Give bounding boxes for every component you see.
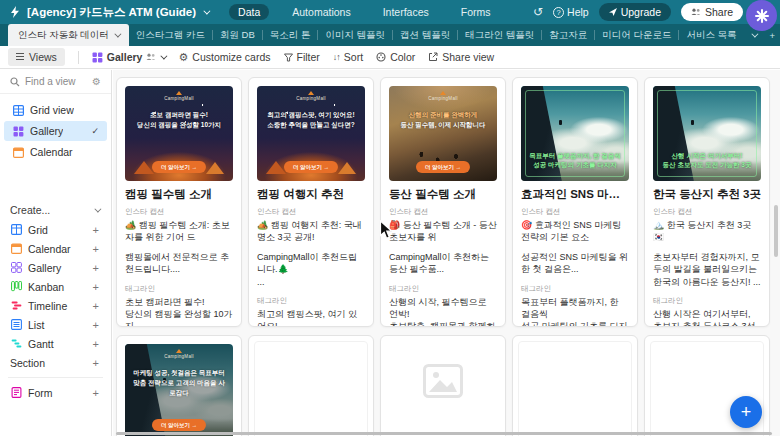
card-cover-image: CampingMall 산행의 준비를 완벽하게등산 필수템, 이제 시작합니다…: [389, 86, 497, 181]
gallery-card[interactable]: 산행 시작은 여기서부터!등산 초보자도 도전 가능한 3곳 한국 등산지 추천…: [644, 77, 770, 327]
color-button[interactable]: Color: [376, 51, 415, 63]
create-form[interactable]: Form +: [0, 383, 111, 402]
vertical-scrollbar[interactable]: [774, 205, 778, 257]
create-section[interactable]: Section +: [0, 353, 111, 372]
create-item-label: Form: [28, 387, 53, 399]
tagline-text: 초보자 추천 등산코스 3선: [653, 320, 761, 327]
card-cover-image: CampingMall 마케팅 성공, 첫걸음은 목표부터맞춤 전략으로 고객의…: [125, 344, 233, 436]
plus-icon[interactable]: +: [93, 243, 99, 255]
grid-icon: [10, 224, 22, 235]
table-tab[interactable]: 태그라인 템플릿: [458, 24, 541, 46]
plus-icon[interactable]: +: [93, 338, 99, 350]
more-tables-chevron-icon[interactable]: [744, 33, 763, 38]
share-button[interactable]: Share: [681, 3, 743, 21]
help-button[interactable]: ? Help: [553, 6, 589, 18]
create-section-header[interactable]: Create...: [0, 198, 111, 220]
upgrade-button[interactable]: Upgrade: [599, 3, 671, 21]
plus-icon[interactable]: +: [93, 300, 99, 312]
empty-cover: [254, 341, 368, 436]
create-gantt[interactable]: Gantt +: [0, 334, 111, 353]
share-label: Share: [705, 6, 733, 18]
table-tab[interactable]: 회원 DB: [213, 24, 262, 46]
plus-icon[interactable]: +: [93, 224, 99, 236]
table-tab[interactable]: 이미지 템플릿: [318, 24, 392, 46]
tent-icon: [176, 349, 182, 353]
table-tab[interactable]: 서비스 목록: [679, 24, 743, 46]
field-label-tagline: 태그라인: [653, 296, 761, 306]
gallery-card[interactable]: CampingMall 산행의 준비를 완벽하게등산 필수템, 이제 시작합니다…: [380, 77, 506, 327]
plus-icon[interactable]: +: [93, 387, 99, 399]
table-tab[interactable]: 참고자료: [542, 24, 594, 46]
gallery-view-icon: [12, 126, 24, 137]
gallery-canvas: CampingMall 초보 캠퍼라면 필수!당신의 캠핑을 완성할 10가지 …: [113, 70, 780, 436]
gallery-card-loading[interactable]: [380, 335, 506, 436]
gallery-card[interactable]: CampingMall 초보 캠퍼라면 필수!당신의 캠핑을 완성할 10가지 …: [116, 77, 242, 327]
chevron-down-icon[interactable]: [203, 7, 210, 14]
gallery-card-empty[interactable]: [512, 335, 638, 436]
cover-text: 산행의 준비를 완벽하게: [394, 110, 492, 120]
brand-logo: CampingMall: [125, 91, 233, 101]
tagline-text: 산행 시작은 여기서부터,: [653, 308, 761, 320]
divider: [78, 51, 79, 64]
tagline-text: 초보탈출, 캠핑몰과 함께하세요: [389, 320, 497, 327]
add-table-button[interactable]: +: [763, 30, 780, 41]
gallery-view-icon: [92, 52, 103, 63]
history-icon[interactable]: ↺: [533, 6, 543, 18]
tab-data[interactable]: Data: [229, 4, 269, 20]
create-list[interactable]: List +: [0, 315, 111, 334]
create-item-label: Section: [10, 357, 45, 369]
caption-text: 초보자부터 경험자까지, 모두의 발길을 불러일으키는 한국의 아름다운 등산지…: [653, 251, 761, 287]
filter-button[interactable]: Filter: [284, 51, 320, 63]
sort-label: Sort: [344, 51, 363, 63]
find-view-input[interactable]: [25, 76, 87, 87]
sort-button[interactable]: ↓↑ Sort: [333, 51, 363, 63]
caption-text: 성공적인 SNS 마케팅을 위한 첫 걸음은...: [521, 251, 629, 275]
plus-icon[interactable]: +: [93, 281, 99, 293]
plus-icon[interactable]: +: [93, 357, 99, 369]
horizontal-scrollbar[interactable]: [116, 432, 772, 435]
views-label: Views: [29, 51, 57, 63]
gallery-card[interactable]: CampingMall 마케팅 성공, 첫걸음은 목표부터맞춤 전략으로 고객의…: [116, 335, 242, 436]
card-title: 효과적인 SNS 마케팅 전략의 기...: [521, 187, 629, 202]
check-icon: ✓: [91, 126, 99, 136]
table-tab[interactable]: 목소리 톤: [263, 24, 318, 46]
create-timeline[interactable]: Timeline +: [0, 296, 111, 315]
tab-forms[interactable]: Forms: [452, 4, 500, 20]
gallery-card[interactable]: CampingMall 최고의 캠핑스팟, 여기 있어요!소중한 추억을 만들고…: [248, 77, 374, 327]
sidebar-view-grid[interactable]: Grid view: [4, 100, 107, 120]
tab-interfaces[interactable]: Interfaces: [374, 4, 438, 20]
tab-automations[interactable]: Automations: [283, 4, 359, 20]
view-settings-gear-icon[interactable]: ⚙︎: [92, 77, 101, 87]
plus-icon[interactable]: +: [93, 319, 99, 331]
create-calendar[interactable]: Calendar +: [0, 239, 111, 258]
gallery-card-empty[interactable]: [248, 335, 374, 436]
cover-cta-button: 더 알아보기 →: [152, 161, 206, 173]
table-tab-active[interactable]: 인스타 자동화 데이터: [8, 24, 129, 46]
sparkle-cursor-button[interactable]: [746, 0, 777, 31]
field-label-tagline: 태그라인: [257, 296, 365, 306]
filter-icon: [284, 53, 293, 62]
field-label-tagline: 태그라인: [125, 284, 233, 294]
share-view-button[interactable]: Share view: [428, 51, 494, 63]
chevron-down-icon: [94, 205, 101, 212]
add-record-button[interactable]: +: [730, 396, 762, 428]
customize-cards-button[interactable]: ⚙︎ Customize cards: [178, 51, 270, 63]
plus-icon[interactable]: +: [93, 262, 99, 274]
views-toggle-button[interactable]: Views: [8, 48, 65, 66]
tagline-text: 성공 마케팅의 기초를 다지자: [521, 320, 629, 327]
hamburger-icon: [16, 56, 24, 57]
base-title[interactable]: [Agency] 카드뉴스 ATM (Guide): [27, 5, 196, 20]
create-kanban[interactable]: Kanban +: [0, 277, 111, 296]
timeline-icon: [10, 300, 22, 311]
table-tab[interactable]: 인스타그램 카드: [129, 24, 212, 46]
create-gallery[interactable]: Gallery +: [0, 258, 111, 277]
table-tab[interactable]: 캡션 템플릿: [393, 24, 457, 46]
gallery-card[interactable]: 목표부터 플랫폼까지, 한 걸음씩성공 마케팅의 기초를 다지자 효과적인 SN…: [512, 77, 638, 327]
create-item-label: Gallery: [28, 262, 61, 274]
sidebar-view-gallery[interactable]: Gallery ✓: [4, 121, 107, 141]
cover-text: 초보 캠퍼라면 필수!: [130, 110, 228, 120]
table-tab[interactable]: 미디어 다운로드: [595, 24, 678, 46]
create-grid[interactable]: Grid +: [0, 220, 111, 239]
current-view-button[interactable]: Gallery: [92, 51, 166, 63]
sidebar-view-calendar[interactable]: Calendar: [4, 142, 107, 162]
